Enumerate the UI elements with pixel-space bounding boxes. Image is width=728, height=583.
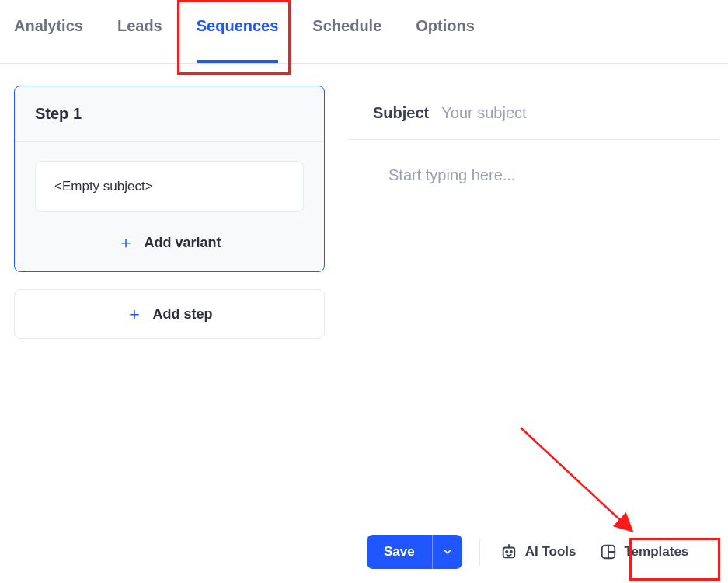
sequence-subject-tile[interactable]: <Empty subject>	[35, 161, 304, 212]
plus-icon: ＋	[117, 234, 134, 251]
svg-point-3	[510, 551, 511, 553]
subject-input[interactable]	[441, 104, 719, 122]
editor-panel: Subject	[348, 86, 728, 403]
subject-row: Subject	[348, 86, 719, 140]
templates-button[interactable]: Templates	[597, 539, 692, 565]
annotation-arrow	[513, 420, 653, 544]
ai-robot-icon	[500, 543, 517, 560]
tab-leads[interactable]: Leads	[117, 17, 162, 63]
save-button[interactable]: Save	[367, 535, 432, 569]
add-variant-label: Add variant	[144, 235, 221, 251]
templates-icon	[600, 543, 617, 560]
add-step-label: Add step	[152, 306, 212, 323]
add-step-button[interactable]: ＋ Add step	[14, 289, 325, 339]
ai-tools-label: AI Tools	[525, 544, 576, 560]
templates-label: Templates	[625, 544, 689, 560]
editor-footer: Save AI Tools Templat	[357, 529, 719, 575]
tab-schedule[interactable]: Schedule	[312, 17, 381, 63]
step-card[interactable]: Step 1 <Empty subject> ＋ Add variant	[14, 86, 325, 272]
ai-tools-button[interactable]: AI Tools	[497, 539, 580, 565]
save-dropdown-button[interactable]	[432, 535, 462, 569]
plus-icon: ＋	[126, 305, 143, 323]
main-tabs: Analytics Leads Sequences Schedule Optio…	[0, 0, 728, 64]
svg-point-2	[506, 551, 507, 553]
subject-label: Subject	[373, 104, 429, 122]
svg-line-7	[521, 428, 629, 529]
separator	[479, 539, 480, 565]
tab-analytics[interactable]: Analytics	[14, 17, 83, 63]
email-body-input[interactable]	[388, 166, 719, 400]
add-variant-button[interactable]: ＋ Add variant	[35, 212, 304, 251]
steps-panel: Step 1 <Empty subject> ＋ Add variant ＋ A…	[14, 86, 325, 403]
chevron-down-icon	[442, 546, 453, 557]
tab-options[interactable]: Options	[416, 17, 475, 63]
tab-sequences[interactable]: Sequences	[197, 17, 279, 63]
step-title: Step 1	[15, 86, 324, 142]
